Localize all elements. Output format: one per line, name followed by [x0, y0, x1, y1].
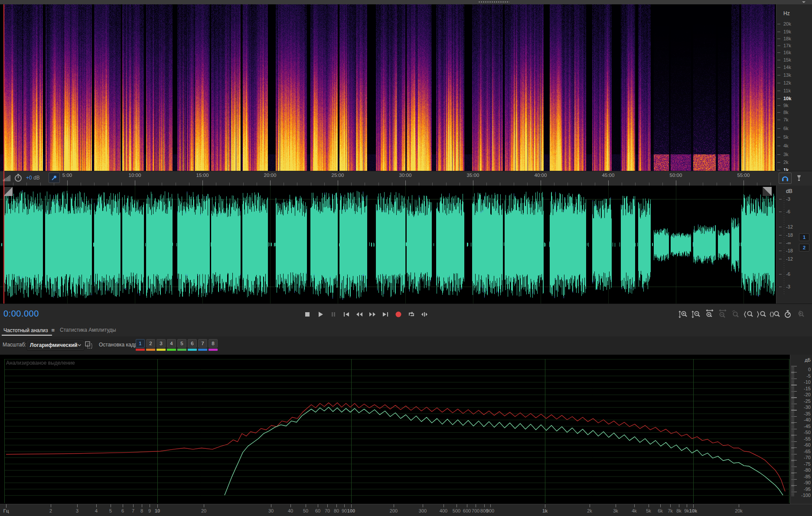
- rewind-button[interactable]: [353, 308, 366, 320]
- transport-buttons: [301, 308, 431, 320]
- timeline-tick-label: 10:00: [129, 173, 141, 178]
- skip-mode-button[interactable]: [418, 308, 431, 320]
- record-button[interactable]: [392, 308, 405, 320]
- hz-tick-label: 11k: [783, 88, 791, 93]
- pin-playhead-button[interactable]: [49, 173, 60, 183]
- freeze-frame-button-8[interactable]: 8: [209, 339, 218, 351]
- frequency-axis-label: 100: [347, 508, 355, 513]
- hz-tick-label: 14k: [783, 65, 791, 70]
- gain-hud-handle-left[interactable]: [3, 187, 13, 196]
- stop-button[interactable]: [301, 308, 314, 320]
- timeline-tick-label: 55:00: [737, 173, 750, 178]
- zoom-to-out-point-button[interactable]: [755, 308, 768, 320]
- db-axis-label: -65: [804, 449, 811, 454]
- frequency-scale-title: Hz: [783, 10, 790, 16]
- skip-start-button[interactable]: [340, 308, 353, 320]
- play-button[interactable]: [314, 308, 327, 320]
- freeze-frame-button-4[interactable]: 4: [167, 339, 176, 351]
- panel-menu-chevron-icon[interactable]: [801, 0, 806, 4]
- frequency-axis-ruler: Гц23456789102030405060708090100200300400…: [0, 504, 812, 516]
- analysis-plot[interactable]: [0, 355, 790, 504]
- timer-button[interactable]: [781, 308, 794, 320]
- freeze-frame-button-5[interactable]: 5: [177, 339, 186, 351]
- freeze-color-swatch: [177, 349, 186, 351]
- db-tick-label: -12: [786, 224, 793, 229]
- db-tick-label: -12: [786, 256, 793, 261]
- timeline-ruler[interactable]: 5:0010:0015:0020:0025:0030:0035:0040:004…: [0, 171, 812, 186]
- db-axis-label: -10: [804, 379, 811, 385]
- db-tick-label: -3: [786, 196, 790, 202]
- loop-button[interactable]: [405, 308, 418, 320]
- freeze-label: Остановка кадра:: [99, 342, 141, 348]
- hz-tick-label: 3k: [783, 152, 789, 157]
- freeze-frame-button-6[interactable]: 6: [188, 339, 197, 351]
- hz-tick-label: 16k: [783, 50, 791, 55]
- db-readout[interactable]: +0 dB: [26, 175, 40, 181]
- freeze-color-swatch: [157, 349, 166, 351]
- chevron-down-icon: [78, 344, 81, 346]
- db-tick-label: -18: [786, 248, 793, 253]
- drag-handle-icon[interactable]: [478, 1, 509, 3]
- tab-amplitude-statistics[interactable]: Статистика Амплитуды: [60, 327, 116, 333]
- freeze-frame-button-2[interactable]: 2: [146, 339, 155, 351]
- timeline-tick-label: 30:00: [399, 173, 412, 178]
- channel-badge-2[interactable]: 2: [799, 244, 809, 251]
- frequency-axis-label: 40: [288, 508, 293, 513]
- playhead[interactable]: [3, 4, 4, 304]
- freeze-color-swatch: [209, 349, 218, 351]
- db-axis-label: -95: [804, 487, 811, 492]
- zoom-in-vertical-button[interactable]: [677, 308, 690, 320]
- metronome-icon[interactable]: [796, 174, 802, 182]
- tab-frequency-analysis[interactable]: Частотный анализ≡: [3, 327, 55, 333]
- db-axis-label: -70: [804, 455, 811, 460]
- waveform-display[interactable]: [0, 186, 776, 304]
- skip-end-button[interactable]: [379, 308, 392, 320]
- freeze-color-swatch: [188, 349, 197, 351]
- freeze-frame-button-1[interactable]: 1: [136, 339, 145, 351]
- frequency-axis-label: 2k: [587, 508, 592, 513]
- monitor-headphones-button[interactable]: [779, 173, 792, 184]
- zoom-toolbar: [677, 308, 807, 320]
- panel-menu-icon[interactable]: ≡: [51, 327, 55, 333]
- frequency-analysis-graph: Анализированое выделение дБ 0-5-10-15-20…: [0, 355, 812, 504]
- tab-label: Статистика Амплитуды: [60, 327, 116, 333]
- freeze-frame-button-3[interactable]: 3: [157, 339, 166, 351]
- hz-tick-label: 15k: [783, 57, 791, 62]
- panel-tabbar: Частотный анализ≡ Статистика Амплитуды: [0, 324, 812, 337]
- scale-select[interactable]: Логарифмический: [27, 340, 84, 350]
- spectrogram-display[interactable]: [0, 4, 776, 171]
- timeline-tick-label: 40:00: [535, 173, 547, 178]
- frequency-axis-label: 4k: [632, 508, 637, 513]
- frequency-axis-label: 10k: [689, 508, 697, 513]
- clock-icon: [14, 173, 23, 182]
- zoom-out-vertical-button[interactable]: [690, 308, 703, 320]
- frequency-axis-label: 700: [472, 508, 479, 513]
- channel-badge-1[interactable]: 1: [799, 233, 809, 241]
- frequency-axis-label: 400: [440, 508, 447, 513]
- transport-bar: 0:00.000: [0, 304, 812, 325]
- copy-settings-button[interactable]: [84, 340, 93, 349]
- freeze-color-swatch: [136, 349, 145, 351]
- hz-tick-label: 19k: [783, 29, 791, 34]
- scale-label: Масштаб:: [3, 342, 26, 348]
- frequency-axis-label: 20k: [735, 508, 743, 513]
- zoom-to-in-point-button[interactable]: [742, 308, 755, 320]
- db-axis-label: -30: [804, 405, 811, 410]
- gain-hud-handle-right[interactable]: [763, 187, 772, 196]
- hz-tick-label: 20k: [783, 21, 791, 26]
- hz-tick-label: 9k: [783, 103, 789, 108]
- fast-forward-button[interactable]: [366, 308, 379, 320]
- freeze-frame-button-7[interactable]: 7: [198, 339, 207, 351]
- hz-tick-label: 5k: [783, 134, 789, 140]
- timeline-tick-label: 5:00: [62, 173, 72, 178]
- time-counter[interactable]: 0:00.000: [3, 309, 39, 319]
- zoom-in-horizontal-button[interactable]: [703, 308, 716, 320]
- hz-tick-label: 6k: [783, 126, 789, 131]
- frequency-axis-label: 900: [486, 508, 494, 513]
- frequency-axis-label: 50: [303, 508, 308, 513]
- audition-editor-window: Hz 20k19k18k17k16k15k14k13k12k11k10k9k8k…: [0, 0, 812, 516]
- zoom-to-selection-button[interactable]: [768, 308, 781, 320]
- db-axis-label: -90: [804, 480, 811, 485]
- timeline-tick-label: 50:00: [670, 173, 682, 178]
- amplitude-scale-title: dB: [786, 188, 792, 194]
